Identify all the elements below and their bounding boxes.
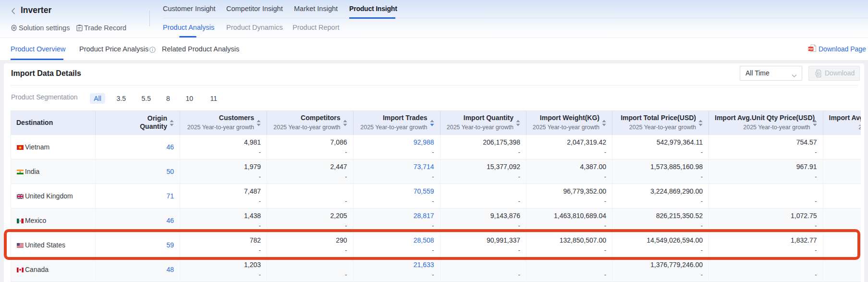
svg-text:PDF: PDF bbox=[808, 48, 814, 50]
